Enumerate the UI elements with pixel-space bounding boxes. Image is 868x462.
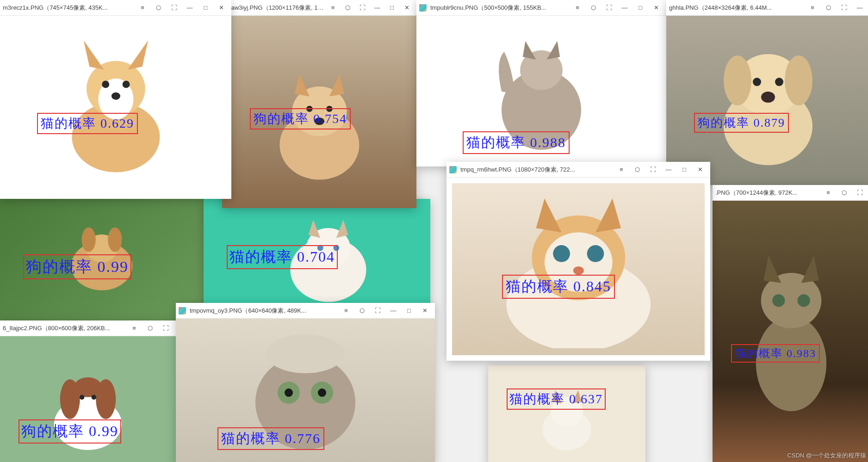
filename: m3recz1x.PNG bbox=[3, 4, 43, 11]
svg-point-38 bbox=[267, 334, 344, 373]
svg-point-42 bbox=[318, 388, 326, 397]
fullscreen-icon[interactable]: ⛶ bbox=[852, 186, 867, 199]
prediction-label: 狗的概率 0.99 bbox=[23, 254, 131, 279]
svg-point-28 bbox=[122, 80, 130, 88]
cat-image bbox=[452, 183, 705, 355]
titlebar[interactable]: tmpublr9cnu.PNG（500×500像素, 155KB... ≡ ⬡ … bbox=[416, 0, 666, 16]
close-button[interactable]: ✕ bbox=[214, 1, 229, 14]
minimize-button[interactable]: — bbox=[370, 1, 384, 14]
prediction-label: 猫的概率 0.637 bbox=[507, 388, 606, 410]
close-button[interactable]: ✕ bbox=[417, 304, 432, 317]
maximize-button[interactable]: □ bbox=[385, 1, 399, 14]
fullscreen-icon[interactable]: ⛶ bbox=[645, 163, 660, 176]
image-window-1: m3recz1x.PNG（745×745像素, 435K... ≡ ⬡ ⛶ — … bbox=[0, 0, 231, 199]
maximize-button[interactable]: □ bbox=[402, 304, 416, 317]
svg-point-14 bbox=[314, 117, 324, 125]
titlebar[interactable]: tmpq_rm6hwt.PNG（1080×720像素, 722... ≡ ⬡ ⛶… bbox=[446, 162, 710, 178]
svg-point-23 bbox=[761, 92, 775, 103]
image-window-4: ghhla.PNG（2448×3264像素, 6.44M... ≡ ⬡ ⛶ — … bbox=[666, 0, 868, 185]
svg-point-41 bbox=[285, 388, 293, 397]
menu-icon[interactable]: ≡ bbox=[326, 1, 340, 14]
svg-point-21 bbox=[753, 78, 761, 86]
svg-point-43 bbox=[756, 315, 826, 411]
minimize-button[interactable]: — bbox=[852, 1, 867, 14]
close-button[interactable]: ✕ bbox=[649, 1, 663, 14]
titlebar[interactable]: tmpovmq_oy3.PNG（640×640像素, 489K... ≡ ⬡ ⛶… bbox=[176, 303, 435, 319]
titlebar[interactable]: .PNG（700×1244像素, 972K... ≡ ⬡ ⛶ bbox=[713, 185, 868, 201]
filename: 6_8ajpc2.PNG bbox=[3, 325, 42, 332]
dimensions: （1200×1176像素, 1.45... bbox=[263, 4, 324, 11]
minimize-button[interactable]: — bbox=[617, 1, 632, 14]
bg-image-white-cat: 猫的概率 0.704 bbox=[204, 199, 430, 310]
filename: ghhla.PNG bbox=[669, 4, 699, 11]
dimensions: （1080×720像素, 722... bbox=[512, 166, 575, 173]
bg-image-golden: 狗的概率 0.99 bbox=[0, 199, 204, 324]
svg-point-49 bbox=[545, 232, 613, 291]
svg-point-20 bbox=[785, 55, 812, 105]
filename: tmpq_rm6hwt.PNG bbox=[460, 166, 512, 173]
dimensions: （640×640像素, 489K... bbox=[242, 307, 306, 314]
image-window-2: wraw3iyj.PNG（1200×1176像素, 1.45... ≡ ⬡ ⛶ … bbox=[222, 0, 416, 208]
titlebar[interactable]: m3recz1x.PNG（745×745像素, 435K... ≡ ⬡ ⛶ — … bbox=[0, 0, 231, 16]
svg-point-22 bbox=[775, 78, 783, 86]
image-window-8: .PNG（700×1244像素, 972K... ≡ ⬡ ⛶ 猫的概率 0.98… bbox=[713, 185, 868, 462]
menu-icon[interactable]: ≡ bbox=[570, 1, 585, 14]
svg-point-29 bbox=[111, 92, 120, 100]
menu-icon[interactable]: ≡ bbox=[339, 304, 353, 317]
pin-icon[interactable]: ⬡ bbox=[630, 163, 645, 176]
svg-point-51 bbox=[587, 245, 604, 262]
svg-point-19 bbox=[724, 55, 751, 105]
cat-image bbox=[416, 16, 666, 166]
pin-icon[interactable]: ⬡ bbox=[837, 186, 851, 199]
image-window-6: tmpovmq_oy3.PNG（640×640像素, 489K... ≡ ⬡ ⛶… bbox=[176, 303, 435, 462]
dog-image bbox=[666, 16, 868, 185]
pin-icon[interactable]: ⬡ bbox=[586, 1, 601, 14]
svg-point-2 bbox=[82, 227, 96, 252]
close-button[interactable]: ✕ bbox=[400, 1, 414, 14]
menu-icon[interactable]: ≡ bbox=[127, 322, 142, 335]
svg-point-45 bbox=[772, 294, 785, 307]
image-window-3: tmpublr9cnu.PNG（500×500像素, 155KB... ≡ ⬡ … bbox=[416, 0, 666, 166]
fullscreen-icon[interactable]: ⛶ bbox=[370, 304, 385, 317]
filename: tmpovmq_oy3.PNG bbox=[190, 307, 242, 314]
minimize-button[interactable]: — bbox=[661, 163, 676, 176]
app-icon bbox=[419, 4, 427, 12]
image-window-7: 6_8ajpc2.PNG（800×600像素, 206KB... ≡ ⬡ ⛶ 狗… bbox=[0, 320, 176, 462]
prediction-label: 狗的概率 0.99 bbox=[19, 419, 121, 444]
menu-icon[interactable]: ≡ bbox=[805, 1, 820, 14]
pin-icon[interactable]: ⬡ bbox=[821, 1, 836, 14]
fullscreen-icon[interactable]: ⛶ bbox=[601, 1, 616, 14]
fullscreen-icon[interactable]: ⛶ bbox=[167, 1, 181, 14]
menu-icon[interactable]: ≡ bbox=[135, 1, 150, 14]
close-button[interactable]: ✕ bbox=[693, 163, 707, 176]
app-icon bbox=[179, 307, 186, 314]
maximize-button[interactable]: □ bbox=[198, 1, 213, 14]
pin-icon[interactable]: ⬡ bbox=[341, 1, 354, 14]
menu-icon[interactable]: ≡ bbox=[614, 163, 629, 176]
titlebar[interactable]: ghhla.PNG（2448×3264像素, 6.44M... ≡ ⬡ ⛶ — bbox=[666, 0, 868, 16]
minimize-button[interactable]: — bbox=[182, 1, 197, 14]
maximize-button[interactable]: □ bbox=[677, 163, 692, 176]
minimize-button[interactable]: — bbox=[386, 304, 401, 317]
svg-point-36 bbox=[92, 394, 97, 400]
dog-image bbox=[222, 16, 416, 208]
fullscreen-icon[interactable]: ⛶ bbox=[158, 322, 173, 335]
fullscreen-icon[interactable]: ⛶ bbox=[837, 1, 851, 14]
pin-icon[interactable]: ⬡ bbox=[143, 322, 157, 335]
prediction-label: 猫的概率 0.704 bbox=[227, 245, 338, 269]
dimensions: （800×600像素, 206KB... bbox=[42, 325, 110, 332]
pin-icon[interactable]: ⬡ bbox=[354, 304, 369, 317]
menu-icon[interactable]: ≡ bbox=[821, 186, 836, 199]
titlebar[interactable]: wraw3iyj.PNG（1200×1176像素, 1.45... ≡ ⬡ ⛶ … bbox=[222, 0, 416, 16]
dimensions: （500×500像素, 155KB... bbox=[478, 4, 546, 11]
pin-icon[interactable]: ⬡ bbox=[151, 1, 166, 14]
maximize-button[interactable]: □ bbox=[633, 1, 648, 14]
titlebar[interactable]: 6_8ajpc2.PNG（800×600像素, 206KB... ≡ ⬡ ⛶ bbox=[0, 320, 176, 336]
bg-image-kitten: 猫的概率 0.637 bbox=[488, 365, 645, 462]
svg-point-50 bbox=[553, 245, 570, 262]
svg-point-27 bbox=[102, 80, 109, 88]
svg-point-3 bbox=[108, 227, 122, 252]
fullscreen-icon[interactable]: ⛶ bbox=[355, 1, 369, 14]
filename: .PNG bbox=[715, 189, 730, 196]
dimensions: （745×745像素, 435K... bbox=[43, 4, 107, 11]
